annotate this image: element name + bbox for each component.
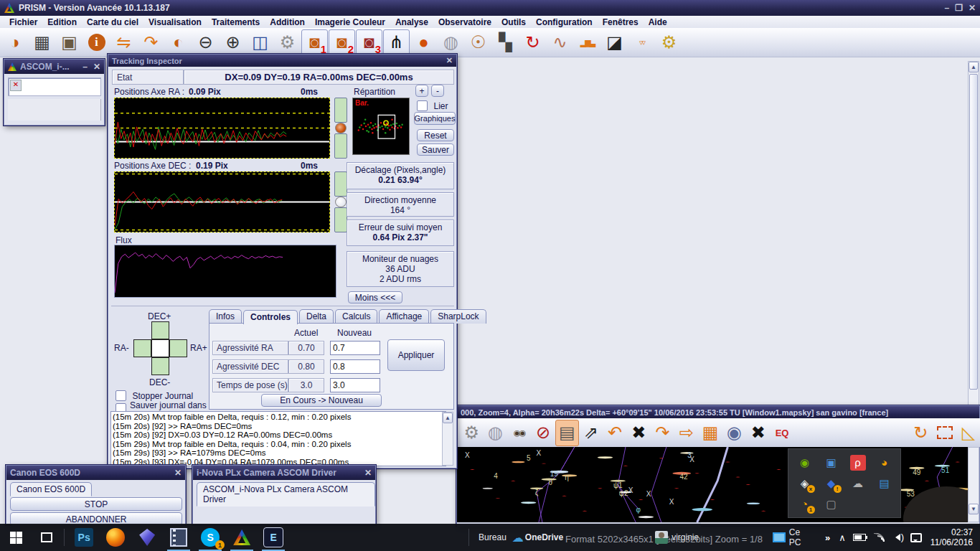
menu-addition[interactable]: Addition <box>265 17 310 27</box>
tracking-log[interactable]: (15m 20s) Mvt trop faible en Delta, requ… <box>110 411 446 466</box>
wifi-icon[interactable] <box>873 533 885 542</box>
workspace-scrollbar[interactable]: ▲ <box>968 61 979 405</box>
expand-icon[interactable]: ⇗ <box>580 420 603 446</box>
graphiques-button[interactable]: Graphiques <box>414 112 456 125</box>
gear-icon[interactable]: ⚙ <box>460 420 483 446</box>
scroll-down-icon[interactable]: ▼ <box>969 504 979 514</box>
save-icon[interactable]: ▦ <box>29 29 55 56</box>
minimize-icon[interactable]: – <box>83 62 88 72</box>
tab-calculs[interactable]: Calculs <box>335 309 377 324</box>
close-icon[interactable]: ✕ <box>364 468 372 478</box>
step-icon[interactable]: ⇨ <box>675 420 698 446</box>
dome-icon[interactable]: ◍ <box>438 29 464 56</box>
close-button[interactable]: ✕ <box>969 3 976 13</box>
moins-button[interactable]: Moins <<< <box>348 291 402 303</box>
startisback-icon[interactable]: ◕ <box>877 455 892 471</box>
menu-fen-tres[interactable]: Fenêtres <box>598 17 644 27</box>
menu-observatoire[interactable]: Observatoire <box>433 17 496 27</box>
gear-icon[interactable]: ⚙ <box>274 29 301 56</box>
select-region-icon[interactable] <box>933 420 956 446</box>
monitor-icon[interactable]: ▢ <box>824 496 839 512</box>
focus-drop-icon[interactable]: ● <box>410 29 437 56</box>
task-view-button[interactable] <box>32 524 60 551</box>
dec-slider-knob[interactable] <box>335 197 347 207</box>
zoom-in-icon[interactable]: ⊕ <box>220 29 246 56</box>
nvidia-icon[interactable]: ◉ <box>797 455 813 471</box>
ra-slider-track-bottom[interactable] <box>334 133 347 159</box>
taskbar-prism-button[interactable] <box>226 524 258 551</box>
globe-icon[interactable]: ◍ <box>484 420 507 446</box>
curve-icon[interactable]: ∿ <box>547 29 573 56</box>
zoom-out-icon[interactable]: ⊖ <box>192 29 219 56</box>
stopper-journal-checkbox[interactable] <box>116 390 126 401</box>
lier-checkbox[interactable] <box>417 100 428 111</box>
reduce-icon[interactable]: ✖ <box>747 420 770 446</box>
scroll-up-icon[interactable]: ▲ <box>969 62 979 72</box>
menu-fichier[interactable]: Fichier <box>4 17 42 27</box>
tab-sharplock[interactable]: SharpLock <box>430 309 486 324</box>
collimation-icon[interactable]: ☉ <box>465 29 491 56</box>
reset-button[interactable]: Reset <box>417 129 454 141</box>
taskbar-editor-button[interactable]: E <box>258 524 289 551</box>
maximize-button[interactable]: ❐ <box>955 3 963 13</box>
binoculars-icon[interactable]: ◉◉ <box>508 420 531 446</box>
map-scrollbar[interactable]: ▼ <box>968 447 979 522</box>
rotate-icon[interactable]: ↷ <box>138 29 164 56</box>
sauver-button[interactable]: Sauver <box>417 143 454 156</box>
view-options-icon[interactable]: ◉ <box>722 420 745 446</box>
measure-icon[interactable]: ◺ <box>957 420 980 446</box>
dec-slider-track-top[interactable] <box>334 171 347 197</box>
taskbar-photoshop-button[interactable]: Ps <box>68 524 100 551</box>
zoom-plus-button[interactable]: + <box>415 85 428 97</box>
scroll-up-icon[interactable]: ▲ <box>443 413 453 423</box>
close-icon[interactable]: ✕ <box>174 468 182 478</box>
dec-slider-track-bottom[interactable] <box>334 207 347 232</box>
center-icon[interactable]: ✖ <box>627 420 650 446</box>
zoom-minus-button[interactable]: - <box>431 85 444 97</box>
camera-3-icon[interactable]: ◙3 <box>356 29 382 56</box>
canon-tab[interactable]: Canon EOS 600D <box>10 482 92 496</box>
menu-visualisation[interactable]: Visualisation <box>143 17 207 27</box>
menu-edition[interactable]: Edition <box>42 17 82 27</box>
appliquer-button[interactable]: Appliquer <box>387 339 445 371</box>
flip-icon[interactable]: ⇋ <box>110 29 137 56</box>
preview-icon[interactable]: ◫ <box>247 29 273 56</box>
cepc-task[interactable]: Ce PC <box>773 527 819 547</box>
cloud-icon[interactable]: ☁ <box>850 476 866 491</box>
display-settings-icon[interactable]: ▣ <box>824 455 839 471</box>
images-icon[interactable]: ▣ <box>56 29 83 56</box>
tab-delta[interactable]: Delta <box>299 309 334 324</box>
volume-icon[interactable] <box>892 534 900 541</box>
cepc-label[interactable]: Ce PC <box>789 527 819 547</box>
ra-slider-track-top[interactable] <box>334 98 347 123</box>
tab-controles[interactable]: Controles <box>243 310 298 324</box>
menu-configuration[interactable]: Configuration <box>531 17 598 27</box>
user-label[interactable]: virginie <box>672 532 705 542</box>
taskbar-gem-button[interactable] <box>131 524 163 551</box>
invert-icon[interactable]: ◪ <box>601 29 628 56</box>
disable-icon[interactable]: ⊘ <box>532 420 555 446</box>
profile-icon[interactable]: ▿▿ <box>628 29 655 56</box>
action-center-icon[interactable] <box>910 533 922 542</box>
contrast-icon[interactable]: ◐ <box>165 29 192 56</box>
orbit-icon[interactable]: ↷ <box>651 420 674 446</box>
security-alert-icon[interactable]: ◆! <box>824 476 839 491</box>
lier-check[interactable]: Lier <box>417 99 448 112</box>
loop-red-icon[interactable]: ↻ <box>519 29 546 56</box>
eq-mode-icon[interactable]: EQ <box>771 420 793 446</box>
close-icon[interactable]: ✕ <box>446 56 453 65</box>
menu-traitements[interactable]: Traitements <box>207 17 265 27</box>
camera-2-icon[interactable]: ◙2 <box>329 29 355 56</box>
calibration-icon[interactable]: ▚ <box>492 29 519 56</box>
minimize-button[interactable]: – <box>944 3 949 13</box>
taskbar-skype-button[interactable]: S1 <box>194 524 226 551</box>
print-icon[interactable]: ▤ <box>555 420 579 446</box>
messenger-icon[interactable]: ◔1 <box>797 496 813 512</box>
ra-slider-knob[interactable] <box>335 123 347 133</box>
close-icon[interactable]: ✕ <box>93 62 100 72</box>
log-scrollbar[interactable]: ▲ <box>442 412 453 466</box>
battery-icon[interactable] <box>853 534 866 541</box>
refresh-icon[interactable]: ↻ <box>909 420 932 446</box>
automation-icon[interactable]: ⚙ <box>656 29 682 56</box>
menu-outils[interactable]: Outils <box>496 17 531 27</box>
